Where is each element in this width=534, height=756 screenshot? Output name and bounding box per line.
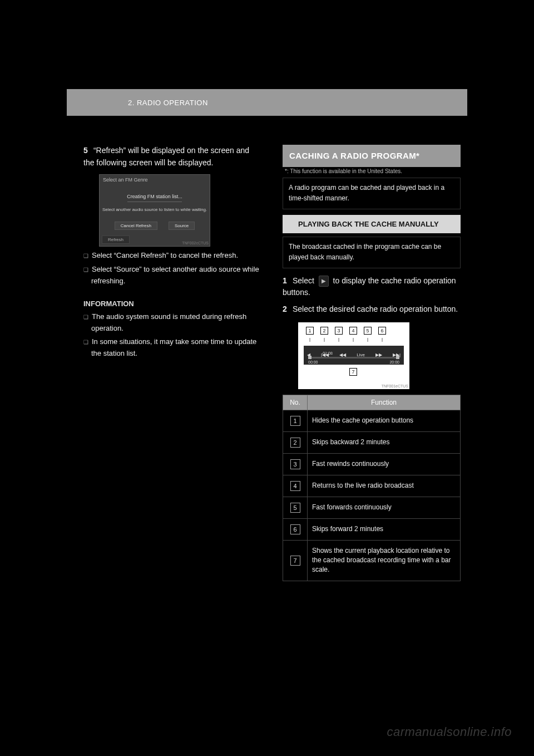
expand-cache-icon[interactable]: ▶: [319, 276, 329, 287]
info-bullet-1: The audio system sound is muted during r…: [83, 311, 261, 335]
row-number: 6: [290, 524, 300, 534]
screenshot-id-2: TNF001eCTUS: [382, 384, 408, 388]
time-start: 00:00: [308, 360, 318, 364]
table-row: 3 Fast rewinds continuously: [283, 453, 461, 475]
table-row: 7 Shows the current playback location re…: [283, 540, 461, 581]
function-table: No. Function 1 Hides the cache operation…: [283, 395, 461, 581]
divider: [127, 202, 182, 202]
playback-description: The broadcast cached in the program cach…: [283, 237, 461, 268]
callout-1: 1: [306, 327, 314, 335]
progress-start-dot: [308, 356, 312, 359]
dialog-status-text: Creating FM station list...: [100, 194, 210, 199]
table-header-no: No.: [283, 395, 308, 410]
section-header-label: 2. RADIO OPERATION: [128, 99, 208, 107]
callout-6: 6: [378, 327, 386, 335]
offset-time: -01:08: [322, 351, 333, 355]
caching-panel-title: CACHING A RADIO PROGRAM*: [283, 145, 461, 167]
callout-5: 5: [364, 327, 372, 335]
callout-4: 4: [349, 327, 357, 335]
step-1-text-a: Select: [293, 276, 317, 285]
table-row: 1 Hides the cache operation buttons: [283, 410, 461, 431]
step-2-text: Select the desired cache radio operation…: [293, 305, 458, 313]
screenshot-id: TNF002cCTUS: [182, 241, 209, 245]
callout-2: 2: [320, 327, 328, 335]
callout-ticks: ||||||: [306, 337, 386, 342]
row-function: Fast rewinds continuously: [308, 453, 461, 475]
information-heading: INFORMATION: [83, 300, 261, 308]
right-column: CACHING A RADIO PROGRAM* *: This functio…: [283, 145, 461, 581]
row-function: Skips forward 2 minutes: [308, 518, 461, 540]
row-number: 2: [290, 438, 300, 448]
playback-subpanel-title: PLAYING BACK THE CACHE MANUALLY: [283, 215, 461, 234]
note-source: Select “Source” to select another audio …: [83, 264, 261, 287]
table-row: 6 Skips forward 2 minutes: [283, 518, 461, 540]
refresh-tab[interactable]: Refresh: [102, 235, 130, 244]
row-function: Shows the current playback location rela…: [308, 540, 461, 581]
step-5-text: “Refresh” will be displayed on the scree…: [83, 146, 249, 167]
cancel-refresh-button[interactable]: Cancel Refresh: [115, 222, 157, 230]
info-bullet-2: In some situations, it may take some tim…: [83, 336, 261, 360]
step-2: 2 Select the desired cache radio operati…: [283, 303, 461, 316]
step-1: 1 Select ▶ to display the cache radio op…: [283, 275, 461, 299]
callout-7: 7: [349, 368, 357, 376]
progress-end-dot: [396, 356, 399, 359]
row-function: Returns to the live radio broadcast: [308, 475, 461, 497]
two-column-layout: 5 “Refresh” will be displayed on the scr…: [83, 145, 462, 581]
row-function: Hides the cache operation buttons: [308, 410, 461, 431]
row-number: 5: [290, 503, 300, 513]
genre-refresh-screenshot: Select an FM Genre Creating FM station l…: [99, 174, 210, 247]
step-5: 5 “Refresh” will be displayed on the scr…: [83, 145, 261, 169]
row-function: Fast forwards continuously: [308, 497, 461, 518]
table-row: 2 Skips backward 2 minutes: [283, 431, 461, 453]
callout-3: 3: [335, 327, 343, 335]
dialog-title: Select an FM Genre: [103, 177, 148, 183]
step-1-number: 1: [283, 275, 290, 287]
left-column: 5 “Refresh” will be displayed on the scr…: [83, 145, 261, 581]
progress-bar[interactable]: [308, 357, 399, 359]
dialog-button-row: Cancel Refresh Source: [100, 222, 210, 230]
table-row: 5 Fast forwards continuously: [283, 497, 461, 518]
watermark: carmanualsonline.info: [387, 725, 512, 739]
caching-description: A radio program can be cached and played…: [283, 178, 461, 209]
asterisk-footnote: *: This function is available in the Uni…: [283, 167, 461, 174]
row-function: Skips backward 2 minutes: [308, 431, 461, 453]
row-number: 1: [290, 416, 300, 426]
step-2-number: 2: [283, 303, 290, 316]
time-end: 20:00: [389, 360, 399, 364]
dialog-hint-text: Select another audio source to listen to…: [100, 207, 210, 212]
note-cancel-refresh: Select “Cancel Refresh” to cancel the re…: [83, 250, 261, 262]
callout-row: 1 2 3 4 5 6: [306, 327, 386, 335]
section-header-bar: 2. RADIO OPERATION: [67, 89, 467, 116]
row-number: 3: [290, 459, 300, 469]
cache-control-strip: ◀ |◀◀ ◀◀ Live ▶▶ ▶▶|: [304, 346, 404, 365]
source-button[interactable]: Source: [169, 222, 195, 230]
row-number: 4: [290, 481, 300, 491]
manual-page: 2. RADIO OPERATION 5 “Refresh” will be d…: [0, 0, 534, 756]
step-5-number: 5: [83, 145, 91, 157]
row-number: 7: [290, 556, 300, 566]
cache-controls-screenshot: 1 2 3 4 5 6 |||||| ◀ |◀◀ ◀◀ Live ▶▶ ▶▶|: [298, 322, 409, 389]
table-row: 4 Returns to the live radio broadcast: [283, 475, 461, 497]
table-header-function: Function: [308, 395, 461, 410]
